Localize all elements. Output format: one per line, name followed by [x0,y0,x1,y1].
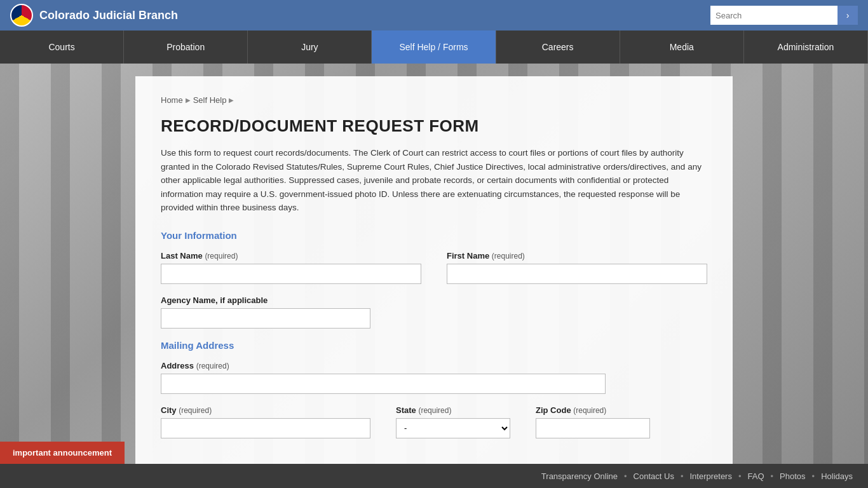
footer-dot-3: • [738,471,742,481]
last-name-group: Last Name (required) [161,251,421,284]
first-name-group: First Name (required) [447,251,707,284]
announcement-bar[interactable]: important announcement [0,442,125,464]
footer-dot-5: • [812,471,815,481]
page-background: Home ▶ Self Help ▶ RECORD/DOCUMENT REQUE… [0,64,868,482]
zip-group: Zip Code (required) [536,405,650,438]
footer-link-interpreters[interactable]: Interpreters [684,471,736,481]
footer-dot-2: • [681,471,684,481]
agency-name-input[interactable] [161,308,370,329]
address-label: Address (required) [161,361,707,370]
footer-links: Transparency Online • Contact Us • Inter… [536,471,858,481]
footer: Transparency Online • Contact Us • Inter… [0,464,868,482]
city-input[interactable] [161,418,370,438]
site-title: Colorado Judicial Branch [39,9,178,22]
last-name-input[interactable] [161,264,421,284]
breadcrumb: Home ▶ Self Help ▶ [161,95,707,105]
agency-name-group: Agency Name, if applicable [161,295,370,329]
logo-icon [10,4,33,27]
breadcrumb-home[interactable]: Home [161,95,183,105]
search-icon: › [846,10,850,20]
last-name-label: Last Name (required) [161,251,421,261]
nav-item-media[interactable]: Media [620,30,744,64]
search-bar: › [710,6,858,25]
state-select[interactable]: - [396,418,510,438]
zip-input[interactable] [536,418,650,438]
nav-item-jury[interactable]: Jury [248,30,372,64]
breadcrumb-separator-2: ▶ [229,97,234,104]
zip-label: Zip Code (required) [536,405,650,415]
page-title: RECORD/DOCUMENT REQUEST FORM [161,116,707,136]
footer-dot-1: • [624,471,627,481]
nav-item-self-help-forms[interactable]: Self Help / Forms [372,30,496,64]
agency-row: Agency Name, if applicable [161,295,707,329]
nav-item-courts[interactable]: Courts [0,30,124,64]
search-button[interactable]: › [837,6,858,25]
search-input[interactable] [710,6,837,25]
footer-link-holidays[interactable]: Holidays [816,471,858,481]
footer-dot-4: • [771,471,774,481]
city-state-zip-row: City (required) State (required) - Zip C… [161,405,707,438]
address-row: Address (required) [161,361,707,394]
address-input[interactable] [161,374,606,394]
agency-name-label: Agency Name, if applicable [161,295,370,305]
nav-item-administration[interactable]: Administration [744,30,868,64]
breadcrumb-self-help[interactable]: Self Help [193,95,227,105]
breadcrumb-separator-1: ▶ [186,97,191,104]
footer-link-photos[interactable]: Photos [775,471,810,481]
city-group: City (required) [161,405,370,438]
first-name-input[interactable] [447,264,707,284]
header-logo: Colorado Judicial Branch [10,4,178,27]
city-label: City (required) [161,405,370,415]
state-label: State (required) [396,405,510,415]
site-header: Colorado Judicial Branch › [0,0,868,30]
page-description: Use this form to request court records/d… [161,146,707,215]
mailing-address-heading: Mailing Address [161,340,707,351]
main-nav: Courts Probation Jury Self Help / Forms … [0,30,868,64]
address-group: Address (required) [161,361,707,394]
state-group: State (required) - [396,405,510,438]
your-info-heading: Your Information [161,230,707,241]
name-row: Last Name (required) First Name (require… [161,251,707,284]
footer-link-contact[interactable]: Contact Us [628,471,679,481]
footer-link-faq[interactable]: FAQ [743,471,770,481]
nav-item-careers[interactable]: Careers [496,30,620,64]
nav-item-probation[interactable]: Probation [124,30,248,64]
first-name-label: First Name (required) [447,251,707,261]
main-content: Home ▶ Self Help ▶ RECORD/DOCUMENT REQUE… [135,76,733,469]
footer-link-transparency[interactable]: Transparency Online [536,471,623,481]
